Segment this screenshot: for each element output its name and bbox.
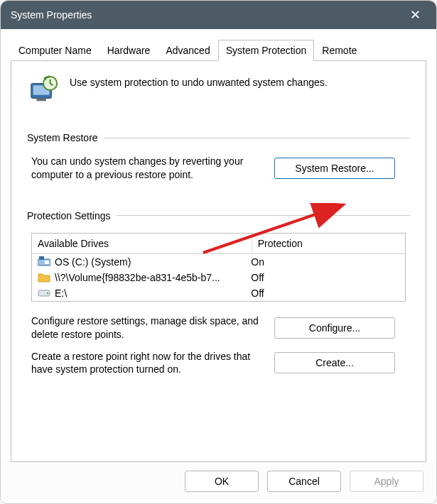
ok-button[interactable]: OK	[185, 471, 259, 492]
svg-point-11	[47, 292, 48, 294]
tab-system-protection[interactable]: System Protection	[218, 40, 315, 61]
drive-name: \\?\Volume{f98832be-a831-4e5b-b7...	[55, 272, 220, 283]
svg-rect-9	[45, 261, 49, 264]
group-divider	[117, 215, 410, 216]
create-desc: Create a restore point right now for the…	[31, 350, 266, 377]
table-row[interactable]: \\?\Volume{f98832be-a831-4e5b-b7... Off	[32, 270, 405, 285]
drive-icon	[38, 287, 50, 298]
drive-name: E:\	[55, 287, 67, 299]
system-restore-icon	[27, 74, 60, 106]
tabpage-system-protection: Use system protection to undo unwanted s…	[11, 60, 426, 462]
close-icon[interactable]: ✕	[404, 4, 426, 26]
drive-name: OS (C:) (System)	[55, 256, 131, 268]
dialog-footer: OK Cancel Apply	[1, 462, 436, 503]
drive-protection: Off	[251, 287, 399, 299]
window-title: System Properties	[11, 9, 404, 21]
drive-protection: On	[251, 256, 399, 268]
group-protection-settings: Protection Settings Available Drives Pro…	[27, 210, 410, 377]
tab-hardware[interactable]: Hardware	[99, 40, 158, 61]
drives-table-body: OS (C:) (System) On \\?\Volume{f98832be-…	[32, 254, 405, 301]
cancel-button[interactable]: Cancel	[267, 471, 341, 492]
group-label-restore: System Restore	[27, 132, 98, 143]
drives-table-header: Available Drives Protection	[32, 234, 405, 254]
group-label-protection: Protection Settings	[27, 210, 111, 221]
table-row[interactable]: E:\ Off	[32, 285, 405, 301]
svg-rect-8	[39, 256, 44, 260]
tab-computer-name[interactable]: Computer Name	[11, 40, 99, 61]
drive-protection: Off	[251, 272, 399, 283]
col-available-drives[interactable]: Available Drives	[32, 234, 252, 253]
intro-text: Use system protection to undo unwanted s…	[70, 74, 328, 88]
drives-table: Available Drives Protection OS (C:) (Sys…	[31, 233, 406, 302]
group-divider	[104, 138, 410, 138]
apply-button[interactable]: Apply	[350, 471, 423, 492]
os-drive-icon	[38, 256, 50, 267]
configure-desc: Configure restore settings, manage disk …	[31, 314, 266, 341]
tabstrip: Computer Name Hardware Advanced System P…	[1, 29, 436, 60]
tab-remote[interactable]: Remote	[314, 40, 365, 61]
system-restore-button[interactable]: System Restore...	[274, 158, 395, 179]
restore-desc: You can undo system changes by reverting…	[31, 155, 266, 182]
folder-icon	[38, 272, 50, 283]
col-protection[interactable]: Protection	[252, 234, 405, 253]
group-system-restore: System Restore You can undo system chang…	[27, 132, 410, 182]
configure-button[interactable]: Configure...	[274, 317, 395, 339]
create-button[interactable]: Create...	[274, 352, 395, 373]
table-row[interactable]: OS (C:) (System) On	[32, 254, 405, 270]
window-content: Computer Name Hardware Advanced System P…	[1, 29, 436, 503]
titlebar: System Properties ✕	[1, 1, 436, 29]
svg-rect-2	[36, 99, 45, 102]
intro-row: Use system protection to undo unwanted s…	[27, 74, 410, 106]
tab-advanced[interactable]: Advanced	[158, 40, 217, 61]
